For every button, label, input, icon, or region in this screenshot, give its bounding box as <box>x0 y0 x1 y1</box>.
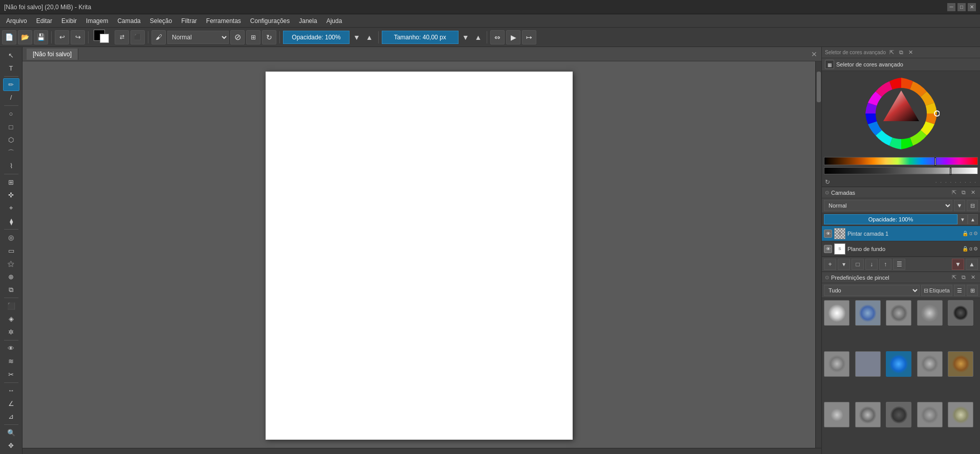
transform-tool-button[interactable]: ⌖ <box>3 202 19 215</box>
swap-colors-button[interactable]: ⇄ <box>115 30 129 44</box>
smart-patch-button[interactable]: ✲ <box>3 326 19 338</box>
move-tool-button[interactable]: ✜ <box>3 189 19 202</box>
color-selector-tab-label[interactable]: Seletor de cores avançado <box>825 50 886 55</box>
select-tool-button[interactable]: ↖ <box>3 49 19 62</box>
mirror-h-button[interactable]: ⇔ <box>490 30 505 44</box>
selection-ellipse-button[interactable]: ◎ <box>3 231 19 244</box>
color-selector-float-button[interactable]: ⇱ <box>888 49 896 56</box>
layers-close-button[interactable]: ✕ <box>969 189 977 196</box>
opacity-display[interactable]: Opacidade: 100% <box>283 31 350 44</box>
brushes-close-button[interactable]: ✕ <box>969 274 977 281</box>
menu-configuracoes[interactable]: Configurações <box>246 16 294 26</box>
measure-button[interactable]: ∠ <box>3 397 19 410</box>
expand-layer-button[interactable]: ▲ <box>966 259 978 270</box>
brush-blend-button[interactable]: ⊞ <box>246 30 260 44</box>
reset-colors-button[interactable]: ⬛ <box>130 30 145 44</box>
zoom-tool-button[interactable]: 🔍 <box>3 426 19 439</box>
brush-item-14[interactable] <box>917 402 943 427</box>
brush-item-3[interactable] <box>886 300 911 326</box>
brush-item-2[interactable] <box>855 300 881 326</box>
eraser-button[interactable]: ⊘ <box>230 30 245 44</box>
brush-presets-button[interactable]: 🖌 <box>151 30 166 44</box>
brush-item-12[interactable] <box>855 402 881 427</box>
size-display[interactable]: Tamanho: 40,00 px <box>382 31 459 44</box>
layer-1-visibility[interactable]: 👁 <box>824 230 832 238</box>
layer-2-alpha[interactable]: α <box>969 246 972 252</box>
menu-janela[interactable]: Janela <box>295 16 321 26</box>
freehand-path-button[interactable]: ⌇ <box>3 160 19 173</box>
brush-item-10[interactable] <box>948 351 973 377</box>
brush-item-11[interactable] <box>824 402 850 427</box>
delete-layer-button[interactable]: ▼ <box>952 259 964 270</box>
brush-item-5[interactable] <box>948 300 973 326</box>
menu-camada[interactable]: Camada <box>113 16 144 26</box>
freehand-tool-button[interactable]: ✏ <box>3 78 19 91</box>
layer-options-button[interactable]: ☰ <box>893 259 905 270</box>
layer-1-settings[interactable]: ⚙ <box>973 231 978 236</box>
refresh-button[interactable]: ↻ <box>262 30 276 44</box>
brushes-detach-button[interactable]: ⧉ <box>960 274 967 281</box>
layers-detach-button[interactable]: ⧉ <box>960 189 967 196</box>
open-file-button[interactable]: 📂 <box>18 30 32 44</box>
assistants-button[interactable]: ↔ <box>3 384 19 397</box>
hue-slider[interactable] <box>824 157 978 165</box>
color-wheel-container[interactable] <box>863 75 940 152</box>
color-selector-close-button[interactable]: ✕ <box>907 49 914 56</box>
maximize-button[interactable]: □ <box>957 3 966 11</box>
move-layer-up-button[interactable]: ↑ <box>879 259 891 270</box>
brush-item-9[interactable] <box>917 351 943 377</box>
brushes-grid-view-button[interactable]: ⊞ <box>967 285 978 296</box>
opacity-decrease[interactable]: ▼ <box>351 32 362 42</box>
size-increase[interactable]: ▲ <box>473 32 484 42</box>
menu-ajuda[interactable]: Ajuda <box>322 16 346 26</box>
rectangle-tool-button[interactable]: □ <box>3 121 19 133</box>
grid-tool-button[interactable]: ⊞ <box>3 176 19 189</box>
move-layer-down-button[interactable]: ↓ <box>865 259 878 270</box>
enclose-fill-button[interactable]: ✂ <box>3 368 19 381</box>
selection-freehand-button[interactable]: ⚝ <box>3 257 19 270</box>
color-reset-button[interactable]: ↻ <box>825 178 830 186</box>
dark-bar[interactable] <box>824 167 978 174</box>
layer-2-settings[interactable]: ⚙ <box>973 246 978 252</box>
minimize-button[interactable]: ─ <box>947 3 955 11</box>
brushes-filter-select[interactable]: Tudo Recentes <box>824 285 920 296</box>
layers-opacity-increase[interactable]: ▲ <box>968 214 978 224</box>
pan-tool-button[interactable]: ✥ <box>3 440 19 452</box>
fill-tool-button[interactable]: ⬛ <box>3 300 19 312</box>
size-decrease[interactable]: ▼ <box>460 32 471 42</box>
colorize-mask-button[interactable]: ≋ <box>3 355 19 368</box>
layers-opacity-expand[interactable]: ▼ <box>957 214 968 224</box>
white-canvas[interactable] <box>266 72 573 440</box>
brush-item-7[interactable] <box>855 351 881 377</box>
layer-2-lock[interactable]: 🔒 <box>962 246 968 252</box>
polygon-tool-button[interactable]: ⬡ <box>3 133 19 146</box>
redo-button[interactable]: ↪ <box>71 30 85 44</box>
brushes-tag-button[interactable]: ⊟ Etiqueta <box>921 285 952 296</box>
layers-blend-select[interactable]: Normal Multiply Screen <box>824 200 952 211</box>
brush-item-13[interactable] <box>886 402 911 427</box>
layers-opacity-bar[interactable]: Opacidade: 100% <box>824 214 957 224</box>
menu-ferramentas[interactable]: Ferramentas <box>202 16 245 26</box>
brush-item-6[interactable] <box>824 351 850 377</box>
brushes-list-view-button[interactable]: ☰ <box>954 285 965 296</box>
add-layer-button[interactable]: + <box>824 259 836 270</box>
canvas-close-button[interactable]: ✕ <box>811 50 817 58</box>
ellipse-tool-button[interactable]: ○ <box>3 107 19 120</box>
opacity-increase[interactable]: ▲ <box>364 32 375 42</box>
brush-item-15[interactable] <box>948 402 973 427</box>
duplicate-layer-button[interactable]: □ <box>852 259 864 270</box>
selection-rect-button[interactable]: ▭ <box>3 244 19 257</box>
play-button[interactable]: ▶ <box>506 30 520 44</box>
close-button[interactable]: ✕ <box>968 3 976 11</box>
undo-button[interactable]: ↩ <box>55 30 69 44</box>
selection-contiguous-button[interactable]: ⊕ <box>3 270 19 283</box>
canvas-scrollbar-bottom[interactable] <box>23 448 821 454</box>
canvas-tab[interactable]: [Não foi salvo] <box>27 49 78 60</box>
layers-filter-button[interactable]: ⊟ <box>967 200 978 211</box>
canvas-scrollbar-right[interactable] <box>815 61 821 448</box>
color-selector-detach-button[interactable]: ⧉ <box>898 49 905 56</box>
background-color[interactable] <box>100 34 109 43</box>
layer-item-2[interactable]: 👁 S Plano de fundo 🔒 α ⚙ <box>822 241 980 257</box>
menu-exibir[interactable]: Exibir <box>57 16 81 26</box>
brush-item-8[interactable] <box>886 351 911 377</box>
